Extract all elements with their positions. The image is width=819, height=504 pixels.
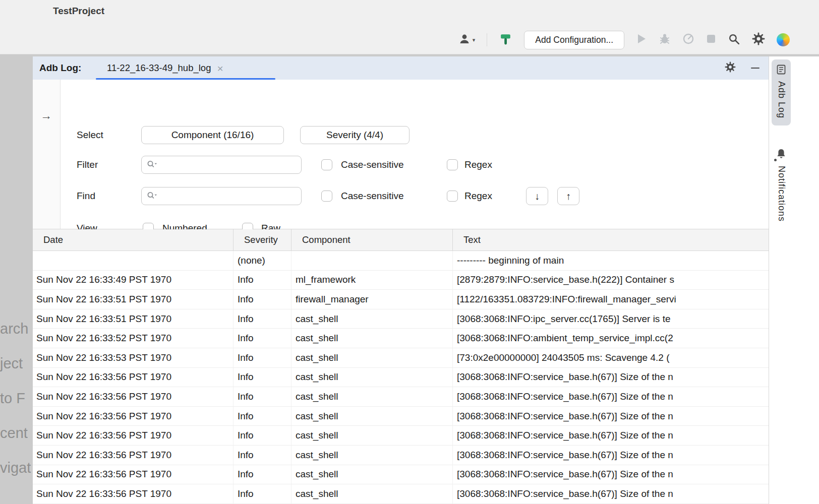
find-regex-checkbox[interactable]: [447, 191, 458, 202]
stripe-tab-adb-log[interactable]: Adb Log: [772, 59, 791, 125]
find-previous-button[interactable]: ↑: [557, 187, 579, 205]
build-hammer-button[interactable]: [499, 32, 512, 48]
column-header-date[interactable]: Date: [33, 229, 233, 250]
table-row[interactable]: Sun Nov 22 16:33:51 PST 1970Infofirewall…: [33, 290, 769, 309]
cell-text: [3068:3068:INFO:service_base.h(67)] Size…: [453, 368, 769, 387]
panel-settings-button[interactable]: [725, 61, 736, 75]
cell-component: cast_shell: [291, 348, 453, 367]
cell-text: [73:0x2e00000000] 24043505 ms: Scavenge …: [453, 348, 769, 367]
component-filter-button[interactable]: Component (16/16): [141, 126, 284, 144]
table-row[interactable]: Sun Nov 22 16:33:56 PST 1970Infocast_she…: [33, 446, 769, 465]
log-table: Date Severity Component Text (none)-----…: [33, 229, 769, 504]
filter-regex-checkbox[interactable]: [447, 159, 458, 170]
table-row[interactable]: Sun Nov 22 16:33:56 PST 1970Infocast_she…: [33, 368, 769, 388]
table-row[interactable]: Sun Nov 22 16:33:56 PST 1970Infocast_she…: [33, 484, 769, 504]
cell-component: [291, 251, 453, 270]
assistant-button[interactable]: [777, 33, 790, 46]
table-row[interactable]: Sun Nov 22 16:33:56 PST 1970Infocast_she…: [33, 426, 769, 446]
cell-severity: Info: [233, 446, 291, 465]
tool-window-header: Adb Log: 11-22_16-33-49_hub_log ×: [33, 56, 769, 80]
cell-severity: Info: [233, 465, 291, 484]
cell-text: [3068:3068:INFO:service_base.h(67)] Size…: [453, 407, 769, 426]
adb-log-document-icon: [777, 65, 786, 77]
log-table-rows: (none)--------- beginning of mainSun Nov…: [33, 251, 769, 504]
table-row[interactable]: Sun Nov 22 16:33:56 PST 1970Infocast_she…: [33, 465, 769, 485]
collapse-panel-arrow-icon[interactable]: →: [40, 109, 52, 122]
user-account-button[interactable]: ▾: [458, 33, 476, 47]
find-case-sensitive-checkbox[interactable]: [321, 191, 332, 202]
cell-date: Sun Nov 22 16:33:56 PST 1970: [33, 407, 233, 426]
cell-component: cast_shell: [291, 426, 453, 445]
cell-date: Sun Nov 22 16:33:56 PST 1970: [33, 465, 233, 484]
cell-text: [3068:3068:INFO:service_base.h(67)] Size…: [453, 426, 769, 445]
filter-input[interactable]: [161, 157, 301, 172]
cell-severity: Info: [233, 348, 291, 367]
notifications-bell-icon: [776, 148, 786, 161]
stripe-tab-notifications-label: Notifications: [776, 166, 787, 222]
cell-text: [3068:3068:INFO:ambient_temp_service_imp…: [453, 329, 769, 348]
tool-window-title: Adb Log:: [39, 56, 81, 80]
table-row[interactable]: Sun Nov 22 16:33:56 PST 1970Infocast_she…: [33, 407, 769, 426]
settings-gear-icon: [752, 32, 765, 47]
cell-severity: Info: [233, 290, 291, 309]
background-text-fragment: ject: [0, 355, 23, 372]
column-header-text[interactable]: Text: [453, 229, 769, 250]
table-row[interactable]: Sun Nov 22 16:33:53 PST 1970Infocast_she…: [33, 348, 769, 368]
log-table-header: Date Severity Component Text: [33, 229, 769, 251]
column-header-component[interactable]: Component: [291, 229, 453, 250]
find-case-sensitive-label: Case-sensitive: [341, 187, 404, 205]
close-icon[interactable]: ×: [217, 63, 223, 74]
build-hammer-icon: [499, 32, 512, 48]
cell-component: cast_shell: [291, 484, 453, 503]
cell-component: cast_shell: [291, 387, 453, 406]
table-row[interactable]: Sun Nov 22 16:33:49 PST 1970Infoml_frame…: [33, 271, 769, 290]
search-everywhere-button[interactable]: [728, 33, 740, 47]
cell-component: cast_shell: [291, 446, 453, 465]
debug-bug-icon: [659, 33, 671, 47]
stripe-tab-notifications[interactable]: Notifications: [772, 143, 791, 229]
find-regex-label: Regex: [464, 187, 492, 205]
filter-case-sensitive-checkbox[interactable]: [321, 159, 332, 170]
cell-date: Sun Nov 22 16:33:52 PST 1970: [33, 329, 233, 348]
filter-input-wrapper: [141, 156, 302, 174]
log-tab-label: 11-22_16-33-49_hub_log: [107, 62, 211, 74]
cell-component: ml_framework: [291, 271, 453, 290]
cell-text: --------- beginning of main: [453, 251, 769, 270]
find-input[interactable]: [161, 188, 301, 204]
cell-severity: Info: [233, 407, 291, 426]
adb-log-tool-window: Adb Log: 11-22_16-33-49_hub_log × → Sele…: [33, 56, 769, 504]
cell-severity: Info: [233, 329, 291, 348]
cell-date: Sun Nov 22 16:33:51 PST 1970: [33, 309, 233, 329]
severity-filter-button[interactable]: Severity (4/4): [300, 126, 410, 144]
table-row[interactable]: (none)--------- beginning of main: [33, 251, 769, 271]
chevron-down-icon: ▾: [473, 37, 476, 43]
stop-button[interactable]: [706, 34, 716, 46]
cell-date: Sun Nov 22 16:33:53 PST 1970: [33, 348, 233, 367]
cell-text: [1122/163351.083729:INFO:firewall_manage…: [453, 290, 769, 309]
run-button[interactable]: [636, 33, 647, 47]
cell-severity: Info: [233, 309, 291, 329]
cell-text: [3068:3068:INFO:service_base.h(67)] Size…: [453, 484, 769, 503]
profiler-button[interactable]: [682, 33, 694, 47]
stripe-tab-adb-log-label: Adb Log: [776, 81, 787, 118]
cell-text: [2879:2879:INFO:service_base.h(222)] Con…: [453, 271, 769, 290]
settings-button[interactable]: [752, 32, 765, 47]
title-bar: TestProject ▾ Add Configuration...: [0, 0, 819, 54]
filter-regex-label: Regex: [464, 156, 492, 174]
table-row[interactable]: Sun Nov 22 16:33:56 PST 1970Infocast_she…: [33, 387, 769, 407]
find-next-button[interactable]: ↓: [526, 187, 548, 205]
cell-severity: Info: [233, 368, 291, 387]
table-row[interactable]: Sun Nov 22 16:33:52 PST 1970Infocast_she…: [33, 329, 769, 348]
run-icon: [636, 33, 647, 47]
add-configuration-button[interactable]: Add Configuration...: [524, 31, 624, 49]
filter-panel: → Select Component (16/16) Severity (4/4…: [33, 80, 769, 229]
hide-panel-button[interactable]: [751, 68, 759, 69]
cell-text: [3068:3068:INFO:service_base.h(67)] Size…: [453, 465, 769, 484]
table-row[interactable]: Sun Nov 22 16:33:51 PST 1970Infocast_she…: [33, 309, 769, 329]
filter-case-sensitive-label: Case-sensitive: [341, 156, 404, 174]
main-toolbar: ▾ Add Configuration...: [458, 29, 790, 50]
assistant-gradient-icon: [777, 33, 790, 46]
debug-button[interactable]: [659, 33, 671, 47]
column-header-severity[interactable]: Severity: [233, 229, 291, 250]
log-tab[interactable]: 11-22_16-33-49_hub_log ×: [107, 56, 223, 80]
